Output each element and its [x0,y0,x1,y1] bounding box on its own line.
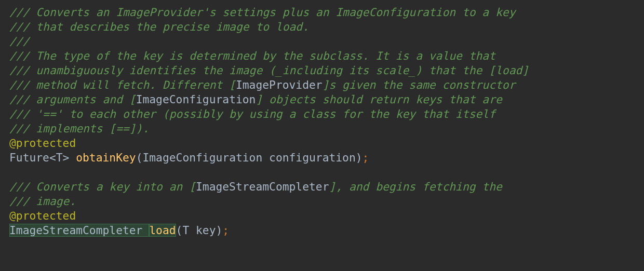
code-line: /// unambiguously identifies the image (… [9,63,644,78]
code-line: /// implements [==]). [9,121,644,136]
doc-reference: ImageProvider [236,78,323,91]
code-line: ImageStreamCompleter load(T key); [9,223,644,238]
comment-text: /// Converts an ImageProvider's settings… [9,6,515,19]
code-line: /// '==' to each other (possibly by usin… [9,107,644,121]
code-line: /// Converts an ImageProvider's settings… [9,5,644,20]
comment-text: /// [9,35,29,48]
type-name: ImageConfiguration [142,151,269,164]
param-name: key [196,224,216,237]
type-name-selected: ImageStreamCompleter [9,224,149,237]
comment-text: /// unambiguously identifies the image (… [9,64,529,77]
annotation-name: protected [16,137,76,150]
annotation-at: @ [9,137,16,150]
code-editor[interactable]: /// Converts an ImageProvider's settings… [0,0,644,238]
method-name: obtainKey [76,151,136,164]
code-line: /// [9,34,644,49]
annotation-name: protected [16,209,76,222]
comment-text: ]s given the same constructor [323,78,516,91]
punctuation: ( [176,224,183,237]
semicolon: ; [222,224,229,237]
punctuation: ) [356,151,363,164]
semicolon: ; [363,151,369,164]
code-line: /// arguments and [ImageConfiguration] o… [9,92,644,107]
type-name: T [182,224,196,237]
param-name: configuration [269,151,356,164]
comment-text: ] objects should return keys that are [256,93,502,106]
code-line: @protected [9,136,644,151]
comment-text: /// that describes the precise image to … [9,20,309,33]
comment-text: ], and begins fetching the [329,180,502,193]
doc-reference: ImageStreamCompleter [196,180,329,193]
code-line: /// The type of the key is determined by… [9,49,644,63]
comment-text: /// arguments and [ [9,93,136,106]
comment-text: /// method will fetch. Different [ [9,78,236,91]
comment-text: /// image. [9,195,76,208]
code-line [9,165,644,180]
code-line: Future<T> obtainKey(ImageConfiguration c… [9,151,644,165]
code-line: @protected [9,209,644,223]
punctuation: ) [216,224,223,237]
code-line: /// image. [9,194,644,209]
doc-reference: ImageConfiguration [136,93,256,106]
type-name: Future<T> [9,151,76,164]
code-line: /// that describes the precise image to … [9,20,644,34]
comment-text: /// The type of the key is determined by… [9,49,495,62]
comment-text: /// '==' to each other (possibly by usin… [9,107,495,120]
code-line: /// Converts a key into an [ImageStreamC… [9,180,644,194]
comment-text: /// Converts a key into an [ [9,180,196,193]
punctuation: ( [136,151,143,164]
method-name-selected: load [149,224,176,237]
annotation-at: @ [9,209,16,222]
code-line: /// method will fetch. Different [ImageP… [9,78,644,92]
comment-text: /// implements [==]). [9,122,149,135]
